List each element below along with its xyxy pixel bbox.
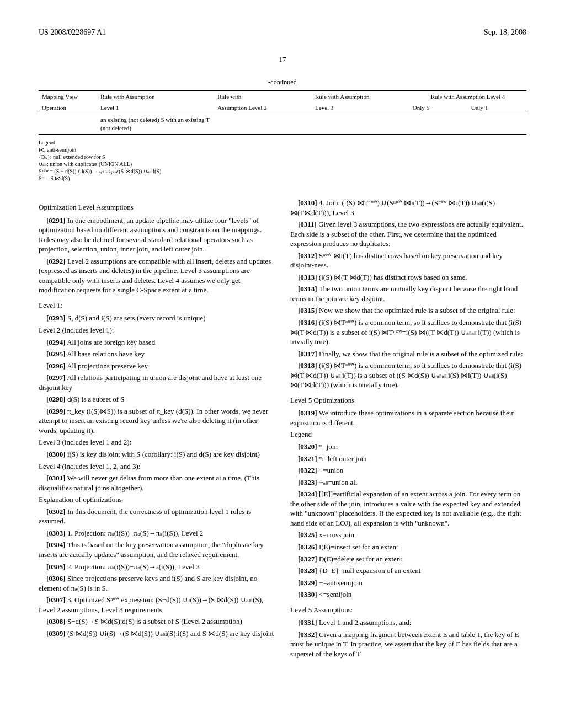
para-num: [0315] — [298, 306, 317, 314]
legend-line: ⋉: anti-semijoin — [39, 146, 526, 153]
right-column: [0310] 4. Join: (i(S) ⋈Tⁿᵉʷ) ∪(Sⁿᵉʷ ⋈i(T… — [290, 196, 526, 661]
para-num: [0297] — [46, 373, 66, 382]
para-num: [0299] — [46, 407, 66, 415]
para-text: +=union — [319, 466, 343, 474]
para-text: All joins are foreign key based — [67, 338, 155, 346]
para-text: x=cross join — [319, 531, 354, 539]
continued-table: -continued Mapping View Rule with Assump… — [39, 78, 526, 135]
level-title: Level 1: — [39, 301, 275, 311]
para-num: [0294] — [46, 338, 66, 346]
para-text: S−d(S)→S ⋉d(S):d(S) is a subset of S (Le… — [67, 617, 242, 625]
explanation-title: Explanation of optimizations — [39, 495, 275, 505]
th-rule-assumption2: Rule with Assumption — [312, 90, 409, 102]
para-text: Finally, we show that the original rule … — [319, 350, 523, 358]
para-text: +ₐₗₗ=union all — [319, 478, 358, 486]
para-num: [0331] — [298, 618, 317, 627]
para-text: In one embodiment, an update pipeline ma… — [39, 216, 262, 254]
th-level3: Level 3 — [312, 102, 409, 114]
para-num: [0321] — [298, 454, 317, 463]
left-column: Optimization Level Assumptions [0291] In… — [39, 196, 275, 661]
th-level1: Level 1 — [97, 102, 214, 114]
level-includes: Level 3 (includes level 1 and 2): — [39, 437, 275, 447]
th-rule-assumption: Rule with Assumption — [97, 90, 214, 102]
para-text: Given level 3 assumptions, the two expre… — [290, 220, 523, 248]
level-includes: Level 2 (includes level 1): — [39, 325, 275, 335]
section-title: Optimization Level Assumptions — [39, 202, 275, 212]
page-header: US 2008/0228697 A1 Sep. 18, 2008 — [39, 28, 526, 38]
para-text: π_key (i(S)⋈S)) is a subset of π_key (d(… — [39, 407, 268, 435]
para-num: [0325] — [298, 531, 317, 539]
para-num: [0304] — [46, 540, 66, 549]
para-text: −=antisemijoin — [319, 579, 363, 587]
para-num: [0326] — [298, 543, 317, 551]
para-text: All relations participating in union are… — [39, 373, 262, 392]
th-rule-with: Rule with — [214, 90, 312, 102]
para-num: [0291] — [46, 216, 66, 224]
para-num: [0295] — [46, 350, 66, 358]
para-text: We will never get deltas from more than … — [39, 474, 259, 492]
para-num: [0327] — [298, 555, 317, 563]
para-text: [[E]]=artificial expansion of an extent … — [290, 490, 521, 527]
para-text: (i(S) ⋈(T ⋈d(T)) has distinct rows based… — [319, 273, 467, 281]
para-text: I(E)=insert set for an extent — [319, 543, 398, 551]
para-num: [0293] — [46, 314, 66, 322]
para-text: *=join — [319, 442, 338, 451]
para-text: 3. Optimized Sⁿᵉʷ expression: (S−d(S)) ∪… — [39, 596, 263, 614]
para-num: [0296] — [46, 362, 66, 370]
para-num: [0314] — [298, 285, 317, 293]
para-num: [0332] — [298, 630, 317, 639]
para-text: {D_E}=null expansion of an extent — [319, 566, 420, 575]
para-num: [0312] — [298, 251, 317, 260]
para-text: Since projections preserve keys and i(S)… — [39, 574, 257, 592]
para-text: Level 1 and 2 assumptions, and: — [319, 618, 412, 627]
para-num: [0305] — [46, 563, 66, 571]
para-num: [0329] — [298, 579, 317, 587]
publication-number: US 2008/0228697 A1 — [39, 28, 106, 38]
level5-opt-title: Level 5 Optimizations — [290, 395, 526, 405]
table-caption: -continued — [39, 78, 526, 87]
para-num: [0303] — [46, 529, 66, 537]
para-num: [0318] — [298, 361, 317, 370]
para-text: Sⁿᵉʷ ⋈i(T) has distinct rows based on ke… — [290, 251, 503, 270]
para-text: (S ⋉d(S)) ∪i(S)→(S ⋉d(S)) ∪ₐₗₗi(S):i(S) … — [67, 629, 274, 638]
th-rule-assumption-level4: Rule with Assumption Level 4 — [409, 90, 526, 102]
para-num: [0317] — [298, 350, 317, 358]
para-text: We introduce these optimizations in a se… — [290, 409, 514, 427]
para-num: [0322] — [298, 466, 317, 474]
para-text: This is based on the key preservation as… — [39, 540, 264, 559]
page-number: 17 — [39, 55, 526, 65]
para-text: 1. Projection: πₐ(i(S))−πₐ(S)→πₐ(i(S)), … — [67, 529, 203, 537]
level-includes: Level 4 (includes level 1, 2, and 3): — [39, 462, 275, 472]
para-text: (i(S) ⋈Tⁿᵉʷ) is a common term, so it suf… — [290, 361, 521, 389]
table-legend: Legend: ⋉: anti-semijoin {Dₛ}: null exte… — [39, 139, 526, 182]
para-text: D(E)=delete set for an extent — [319, 555, 402, 563]
legend-title: Legend — [290, 430, 526, 440]
para-text: <=semijoin — [319, 590, 351, 598]
para-num: [0308] — [46, 617, 66, 625]
para-num: [0316] — [298, 318, 317, 326]
legend-line: S⁻ = S ⋉d(S) — [39, 175, 526, 182]
para-text: i(S) is key disjoint with S (corollary: … — [67, 450, 260, 458]
para-text: 2. Projection: πₐ(i(S))−πₐ(S)→ₐ(i(S)), L… — [67, 563, 200, 571]
para-text: Given a mapping fragment between extent … — [290, 630, 519, 658]
para-num: [0292] — [46, 257, 66, 265]
para-num: [0302] — [46, 507, 66, 516]
para-text: Level 2 assumptions are compatible with … — [39, 257, 271, 295]
para-text: The two union terms are mutually key dis… — [290, 285, 518, 303]
para-num: [0306] — [46, 574, 66, 582]
para-text: d(S) is a subset of S — [67, 395, 125, 403]
th-assumption-level2: Assumption Level 2 — [214, 102, 312, 114]
th-only-s: Only S — [409, 102, 468, 114]
para-num: [0328] — [298, 566, 317, 575]
th-only-t: Only T — [468, 102, 526, 114]
legend-line: ∪ₐₗₗ: union with duplicates (UNION ALL) — [39, 160, 526, 168]
th-operation: Operation — [39, 102, 97, 114]
para-num: [0319] — [298, 409, 317, 417]
para-num: [0307] — [46, 596, 66, 604]
para-text: In this document, the correctness of opt… — [39, 507, 251, 526]
para-num: [0309] — [46, 629, 66, 638]
para-num: [0324] — [298, 490, 317, 498]
table-cell-text: an existing (not deleted) S with an exis… — [97, 114, 214, 135]
legend-title: Legend: — [39, 139, 526, 146]
legend-line: {Dₛ}: null extended row for S — [39, 153, 526, 160]
